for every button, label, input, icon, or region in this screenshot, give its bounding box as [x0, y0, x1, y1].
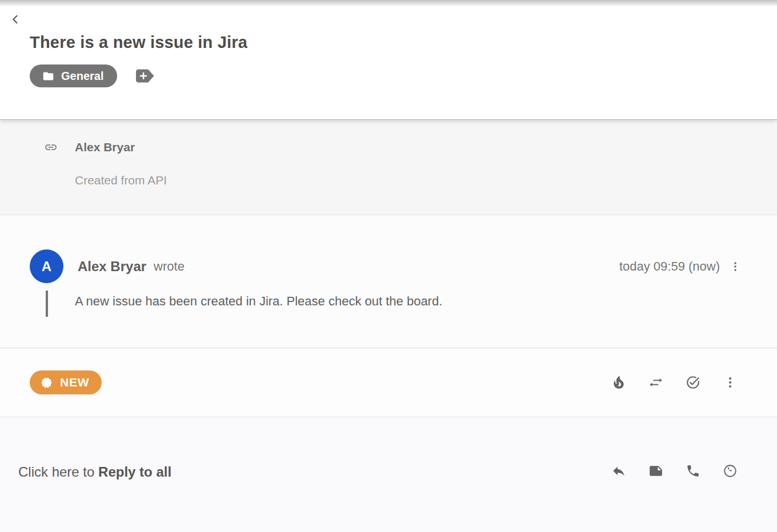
add-tag-icon: [135, 68, 155, 83]
avatar: A: [30, 249, 63, 283]
reply-bar[interactable]: Click here to Reply to all: [0, 417, 777, 532]
kebab-menu-icon: [723, 375, 738, 390]
category-chip-general[interactable]: General: [30, 65, 117, 87]
reply-prompt[interactable]: Click here to Reply to all: [18, 464, 171, 480]
urgency-button[interactable]: [611, 374, 627, 390]
whatsapp-button[interactable]: [722, 463, 738, 479]
resolve-button[interactable]: [685, 374, 701, 390]
back-chevron-icon: [10, 14, 21, 25]
tag-row: General: [30, 65, 747, 87]
linked-user-row: Alex Bryar: [30, 140, 747, 154]
folder-icon: [42, 70, 54, 82]
page-title: There is a new issue in Jira: [30, 33, 747, 52]
call-button[interactable]: [685, 463, 701, 479]
task-check-icon: [686, 375, 700, 390]
ticket-source-label: Created from API: [75, 174, 747, 187]
flame-icon: [611, 375, 626, 390]
link-icon: [43, 140, 59, 154]
transfer-button[interactable]: [648, 374, 664, 390]
swap-arrows-icon: [648, 375, 663, 390]
phone-icon: [686, 464, 700, 478]
category-chip-label: General: [61, 70, 103, 83]
message-action-word: wrote: [154, 259, 185, 274]
new-seal-icon: [40, 376, 53, 389]
status-badge: NEW: [30, 370, 102, 394]
kebab-menu-icon: [729, 260, 742, 273]
status-badge-label: NEW: [60, 376, 89, 389]
message-menu-button[interactable]: [728, 259, 743, 274]
note-icon: [648, 464, 663, 478]
linked-user-name: Alex Bryar: [75, 140, 135, 154]
message-card: A Alex Bryar wrote today 09:59 (now) A n…: [0, 215, 777, 348]
more-actions-button[interactable]: [722, 374, 738, 390]
reply-prompt-action: Reply to all: [98, 464, 171, 479]
whatsapp-icon: [723, 464, 738, 478]
ticket-header: There is a new issue in Jira General: [0, 0, 777, 120]
add-tag-button[interactable]: [135, 68, 155, 83]
reply-button[interactable]: [611, 463, 627, 479]
message-body: A new issue has been created in Jira. Pl…: [75, 294, 442, 317]
message-timestamp: today 09:59 (now): [619, 259, 720, 274]
back-button[interactable]: [9, 13, 22, 26]
reply-prompt-prefix: Click here to: [18, 464, 98, 479]
message-body-row: A new issue has been created in Jira. Pl…: [30, 291, 743, 317]
message-header: A Alex Bryar wrote today 09:59 (now): [30, 249, 743, 283]
note-button[interactable]: [648, 463, 664, 479]
message-author: Alex Bryar: [78, 259, 146, 275]
status-action-row: NEW: [0, 348, 777, 417]
reply-icon: [611, 464, 626, 478]
ticket-meta-section: Alex Bryar Created from API: [0, 120, 777, 215]
quote-bar: [46, 291, 48, 317]
